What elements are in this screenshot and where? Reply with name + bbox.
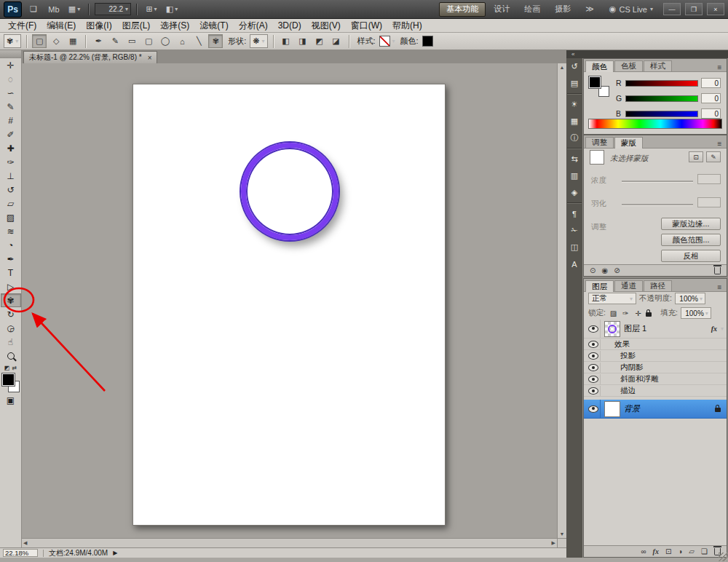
custom-shape-tool-button[interactable]: ✾ [208,34,223,48]
minimize-button[interactable]: — [663,3,681,15]
actions-panel-icon[interactable]: ▤ [566,75,582,92]
add-layer-mask-icon[interactable]: ⊡ [665,547,671,555]
style-swatch[interactable] [379,36,390,47]
effect-row-stroke[interactable]: 描边 [584,386,727,397]
view-extras-button[interactable]: ▦▾ [66,3,83,16]
visibility-toggle[interactable] [587,363,601,373]
adjustments-panel-icon[interactable]: ☀ [566,96,582,113]
menu-edit[interactable]: 编辑(E) [41,20,81,32]
shape-picker[interactable]: ❋ ▾ [250,34,267,48]
workspace-essentials-button[interactable]: 基本功能 [439,2,486,17]
window-resize-grip[interactable] [719,553,727,561]
layer-thumbnail[interactable] [604,401,620,417]
lock-transparency-icon[interactable]: ▨ [609,309,618,317]
status-zoom-field[interactable]: 22.18% [3,549,38,557]
add-pixel-mask-button[interactable]: ⊡ [689,151,703,162]
horizontal-scrollbar[interactable]: ◀ ▶ [22,538,557,547]
menu-window[interactable]: 窗口(W) [346,20,387,32]
brush-tool-button[interactable]: ✑ [1,155,21,169]
collapse-effects-icon[interactable]: ▾ [721,325,724,332]
cs-live-button[interactable]: ◉ CS Live ▾ [609,4,653,14]
shape-color-swatch[interactable] [422,36,433,47]
paths-mode-button[interactable]: ◇ [49,34,63,48]
tab-swatches[interactable]: 色板 [614,60,643,71]
circle-shape[interactable] [241,143,339,240]
foreground-color-swatch[interactable] [589,76,601,88]
arrange-documents-button[interactable]: ⊞▾ [143,3,160,16]
status-flyout-icon[interactable]: ▶ [113,550,117,556]
tab-color[interactable]: 颜色 [585,60,614,72]
spot-healing-brush-tool-button[interactable]: ✚ [1,141,21,155]
lock-all-icon[interactable] [646,312,652,317]
custom-shape-tool-button[interactable]: ✾ [1,293,21,307]
visibility-toggle[interactable] [587,351,601,361]
tab-layers[interactable]: 图层 [585,280,614,292]
visibility-toggle[interactable] [587,320,601,338]
visibility-toggle[interactable] [587,400,601,418]
character-panel-icon[interactable]: ✁ [566,222,582,239]
type-panel-icon[interactable]: A [566,256,582,272]
ellipse-tool-button[interactable]: ◯ [158,34,173,48]
tab-masks[interactable]: 蒙版 [614,137,643,149]
tab-adjustments[interactable]: 调整 [585,137,614,148]
density-slider[interactable] [622,181,693,183]
workspace-overflow-button[interactable]: ≫ [579,3,601,16]
photoshop-logo[interactable]: Ps [4,1,22,17]
layer-row-layer1[interactable]: 图层 1 fx ▾ [584,320,727,339]
canvas-viewport[interactable] [22,63,557,538]
green-value-field[interactable]: 0 [701,93,721,103]
gradient-tool-button[interactable]: ▨ [1,210,21,224]
type-tool-button[interactable]: T [1,266,21,280]
elliptical-marquee-tool-button[interactable]: ◌ [1,72,21,86]
subtract-shape-area-button[interactable]: ◨ [296,34,310,48]
layer-name[interactable]: 背景 [624,403,640,414]
lock-pixels-icon[interactable]: ✑ [621,309,630,317]
layer-thumbnail[interactable] [604,321,620,337]
layer-name[interactable]: 图层 1 [624,323,646,334]
panel-menu-icon[interactable]: ≡ [714,63,725,71]
density-value-field[interactable] [697,174,721,184]
quick-mask-button[interactable]: ▣ [1,393,21,407]
zoom-level-field[interactable]: 22.2▾ [95,3,131,15]
mini-bridge-button[interactable]: Mb [45,3,63,16]
menu-layer[interactable]: 图层(L) [117,20,156,32]
close-button[interactable]: × [707,3,724,15]
visibility-toggle[interactable] [587,386,601,396]
fill-pixels-button[interactable]: ▦ [66,34,80,48]
quick-selection-tool-button[interactable]: ✎ [1,100,21,114]
toolbar-grip[interactable] [0,50,21,58]
menu-view[interactable]: 视图(V) [306,20,346,32]
invert-button[interactable]: 反相 [661,250,721,262]
red-slider[interactable] [625,80,698,87]
path-selection-tool-button[interactable]: ▷ [1,280,21,293]
scroll-right-icon[interactable]: ▶ [552,540,555,546]
delete-mask-icon[interactable] [714,267,721,274]
workspace-painting-button[interactable]: 绘画 [518,3,547,16]
history-panel-icon[interactable]: ↺ [566,58,582,75]
line-tool-button[interactable]: ╲ [191,34,206,48]
styles-panel-icon[interactable]: ▦ [566,113,582,130]
history-brush-tool-button[interactable]: ↺ [1,183,21,197]
rounded-rectangle-tool-button[interactable]: ▢ [141,34,156,48]
lock-position-icon[interactable]: ✛ [633,309,643,317]
layer-comps-panel-icon[interactable]: ◈ [566,184,582,201]
close-document-icon[interactable]: × [148,54,152,62]
pen-tool-button[interactable]: ✒ [91,34,106,48]
pen-tool-button[interactable]: ✒ [1,252,21,266]
blur-tool-button[interactable]: ≋ [1,224,21,238]
3d-rotate-tool-button[interactable]: ↻ [1,307,21,321]
screen-mode-button[interactable]: ◧▾ [163,3,181,16]
blue-slider[interactable] [625,111,698,117]
intersect-shape-area-button[interactable]: ◩ [312,34,327,48]
crop-tool-button[interactable]: # [1,114,21,127]
add-vector-mask-button[interactable]: ✎ [706,151,721,162]
menu-file[interactable]: 文件(F) [3,20,41,32]
color-spectrum-ramp[interactable] [588,119,722,129]
new-adjustment-layer-icon[interactable]: ◑ [678,547,682,555]
document-tab[interactable]: 未标题-1 @ 22.2% (背景, RGB/8) * × [23,51,157,63]
notes-panel-icon[interactable]: ◫ [566,239,582,256]
zoom-tool-button[interactable] [1,349,21,363]
info-panel-icon[interactable]: ⓘ [566,130,582,146]
shape-layers-button[interactable]: ▢ [32,34,47,48]
effect-row-drop-shadow[interactable]: 投影 [584,351,727,362]
